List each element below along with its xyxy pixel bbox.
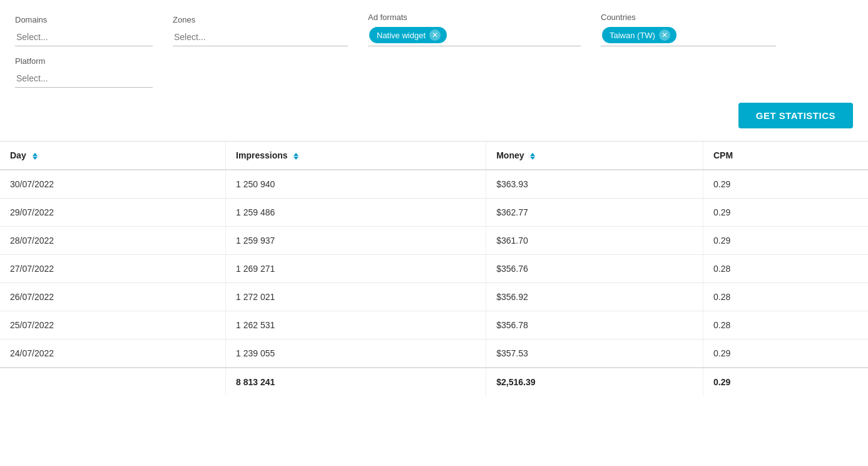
cell-cpm: 0.29 bbox=[703, 170, 868, 199]
domains-label: Domains bbox=[15, 15, 153, 24]
zones-filter-group: Zones bbox=[173, 15, 348, 46]
table-body: 30/07/20221 250 940$363.930.2929/07/2022… bbox=[0, 170, 868, 368]
table-row: 27/07/20221 269 271$356.760.28 bbox=[0, 255, 868, 283]
cell-impressions: 1 239 055 bbox=[226, 339, 486, 368]
platform-label: Platform bbox=[15, 56, 153, 66]
cell-money: $356.92 bbox=[486, 283, 703, 311]
cell-day: 25/07/2022 bbox=[0, 311, 226, 339]
table-row: 30/07/20221 250 940$363.930.29 bbox=[0, 170, 868, 199]
cell-impressions: 1 250 940 bbox=[226, 170, 486, 199]
cell-impressions: 1 272 021 bbox=[226, 283, 486, 311]
cell-impressions: 1 262 531 bbox=[226, 311, 486, 339]
table-row: 28/07/20221 259 937$361.700.29 bbox=[0, 227, 868, 255]
filters-row-1: Domains Zones Ad formats Native widget ✕… bbox=[15, 13, 853, 46]
ad-formats-filter-group: Ad formats Native widget ✕ bbox=[368, 13, 581, 46]
cell-day: 26/07/2022 bbox=[0, 283, 226, 311]
cell-day: 27/07/2022 bbox=[0, 255, 226, 283]
cell-day: 24/07/2022 bbox=[0, 339, 226, 368]
cell-cpm: 0.28 bbox=[703, 311, 868, 339]
cell-day: 29/07/2022 bbox=[0, 199, 226, 227]
countries-tag-label: Taiwan (TW) bbox=[610, 31, 655, 40]
statistics-table-section: Day Impressions Money bbox=[0, 141, 868, 396]
get-statistics-button[interactable]: GET STATISTICS bbox=[738, 103, 853, 128]
cell-cpm: 0.28 bbox=[703, 255, 868, 283]
table-row: 26/07/20221 272 021$356.920.28 bbox=[0, 283, 868, 311]
col-header-money[interactable]: Money bbox=[486, 142, 703, 170]
ad-formats-tag-wrapper: Native widget ✕ bbox=[368, 26, 581, 46]
ad-formats-tag-label: Native widget bbox=[377, 31, 426, 40]
domains-input[interactable] bbox=[15, 28, 153, 46]
table-row: 24/07/20221 239 055$357.530.29 bbox=[0, 339, 868, 368]
countries-label: Countries bbox=[601, 13, 776, 22]
countries-filter-group: Countries Taiwan (TW) ✕ bbox=[601, 13, 776, 46]
cell-day: 30/07/2022 bbox=[0, 170, 226, 199]
totals-cpm-cell: 0.29 bbox=[703, 368, 868, 396]
countries-tag-wrapper: Taiwan (TW) ✕ bbox=[601, 26, 776, 46]
get-stats-row: GET STATISTICS bbox=[15, 98, 853, 131]
ad-formats-tag[interactable]: Native widget ✕ bbox=[369, 27, 447, 43]
cell-impressions: 1 269 271 bbox=[226, 255, 486, 283]
totals-day-cell bbox=[0, 368, 226, 396]
day-sort-icon bbox=[33, 153, 38, 160]
cell-impressions: 1 259 937 bbox=[226, 227, 486, 255]
table-totals-row: 8 813 241 $2,516.39 0.29 bbox=[0, 368, 868, 396]
cell-money: $362.77 bbox=[486, 199, 703, 227]
platform-filter-group: Platform bbox=[15, 56, 153, 88]
filters-row-2: Platform bbox=[15, 56, 853, 88]
cell-money: $361.70 bbox=[486, 227, 703, 255]
col-header-cpm: CPM bbox=[703, 142, 868, 170]
filters-section: Domains Zones Ad formats Native widget ✕… bbox=[0, 0, 868, 141]
domains-filter-group: Domains bbox=[15, 15, 153, 46]
ad-formats-tag-close-icon[interactable]: ✕ bbox=[429, 29, 441, 41]
platform-input[interactable] bbox=[15, 70, 153, 88]
cell-money: $356.76 bbox=[486, 255, 703, 283]
cell-money: $363.93 bbox=[486, 170, 703, 199]
cell-cpm: 0.29 bbox=[703, 227, 868, 255]
cell-cpm: 0.29 bbox=[703, 199, 868, 227]
totals-impressions-cell: 8 813 241 bbox=[226, 368, 486, 396]
countries-tag[interactable]: Taiwan (TW) ✕ bbox=[602, 27, 677, 43]
zones-label: Zones bbox=[173, 15, 348, 24]
cell-cpm: 0.28 bbox=[703, 283, 868, 311]
totals-money-cell: $2,516.39 bbox=[486, 368, 703, 396]
table-header-row: Day Impressions Money bbox=[0, 142, 868, 170]
zones-input[interactable] bbox=[173, 28, 348, 46]
table-row: 25/07/20221 262 531$356.780.28 bbox=[0, 311, 868, 339]
table-row: 29/07/20221 259 486$362.770.29 bbox=[0, 199, 868, 227]
col-header-impressions[interactable]: Impressions bbox=[226, 142, 486, 170]
cell-impressions: 1 259 486 bbox=[226, 199, 486, 227]
ad-formats-label: Ad formats bbox=[368, 13, 581, 22]
cell-day: 28/07/2022 bbox=[0, 227, 226, 255]
statistics-table: Day Impressions Money bbox=[0, 142, 868, 396]
impressions-sort-icon bbox=[294, 153, 299, 160]
countries-tag-close-icon[interactable]: ✕ bbox=[659, 29, 670, 41]
cell-cpm: 0.29 bbox=[703, 339, 868, 368]
money-sort-icon bbox=[530, 153, 535, 160]
col-header-day[interactable]: Day bbox=[0, 142, 226, 170]
cell-money: $356.78 bbox=[486, 311, 703, 339]
cell-money: $357.53 bbox=[486, 339, 703, 368]
